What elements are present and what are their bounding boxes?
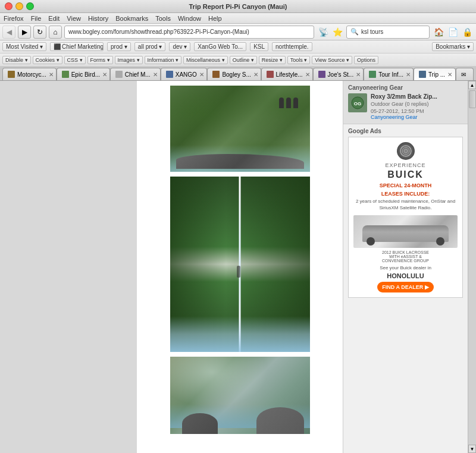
sidebar-gear-section: Canyoneering Gear OG Roxy 3/2mm Back Zip… [343, 81, 468, 124]
gear-post-author: Outdoor Gear (0 replies) [371, 101, 463, 107]
ext-resize[interactable]: Resize ▾ [259, 56, 286, 64]
bookmark-all[interactable]: Bookmarks ▾ [432, 42, 474, 51]
ext-css[interactable]: CSS ▾ [64, 56, 86, 64]
bookmark-dev[interactable]: dev ▾ [169, 42, 190, 51]
photo2-pool [170, 316, 310, 352]
url-bar[interactable]: www.bogley.com/forum/showthread.php?6392… [64, 26, 314, 39]
reload-button[interactable]: ↻ [33, 26, 46, 39]
menu-history[interactable]: History [88, 15, 108, 22]
bookmark-chief-marketing[interactable]: ⬛ Chief Marketing ... [50, 42, 104, 51]
tab-7[interactable]: Tour Inf... ✕ [364, 68, 414, 80]
scrollbar[interactable]: ▲ ▼ [468, 81, 476, 453]
nav-icon-group: 🏠 📄 🔒 [432, 26, 474, 39]
tab-0-close[interactable]: ✕ [49, 71, 54, 78]
bookmark-allprod-label: all prod ▾ [138, 43, 162, 50]
bookmark-dev-label: dev ▾ [173, 43, 187, 50]
tab-9[interactable]: ✉ [456, 68, 474, 80]
tab-3[interactable]: XANGO ✕ [161, 68, 208, 80]
nav-bar: ◀ ▶ ↻ ⌂ www.bogley.com/forum/showthread.… [0, 24, 476, 40]
forward-button[interactable]: ▶ [18, 26, 31, 39]
center-content [137, 81, 343, 453]
ext-disable[interactable]: Disable ▾ [2, 56, 31, 64]
tab-2-favicon [115, 71, 123, 78]
back-button[interactable]: ◀ [2, 26, 15, 39]
nav-icon-1[interactable]: 🏠 [432, 26, 445, 39]
ext-information[interactable]: Information ▾ [145, 56, 182, 64]
tab-2-close[interactable]: ✕ [153, 71, 158, 78]
ad-cta-button[interactable]: FIND A DEALER ▶ [377, 282, 433, 292]
menu-view[interactable]: View [67, 15, 81, 22]
bookmark-allprod[interactable]: all prod ▾ [134, 42, 166, 51]
ad-tagline: SPECIAL 24-MONTH [353, 183, 458, 188]
left-sidebar [0, 81, 137, 453]
minimize-button[interactable] [15, 2, 23, 10]
menu-edit[interactable]: Edit [48, 15, 60, 22]
ad-buick-box[interactable]: EXPERIENCE BUICK SPECIAL 24-MONTH LEASES… [348, 137, 463, 298]
main-area: Canyoneering Gear OG Roxy 3/2mm Back Zip… [0, 81, 476, 453]
tab-3-close[interactable]: ✕ [199, 71, 204, 78]
scroll-down-button[interactable]: ▼ [468, 445, 476, 453]
bookmark-icon: ⬛ [54, 43, 61, 50]
photo-2-container [170, 177, 310, 352]
tab-8-close[interactable]: ✕ [447, 71, 452, 78]
tab-8[interactable]: Trip ... ✕ [414, 68, 456, 80]
person-1 [279, 97, 284, 108]
content-scroll: Canyoneering Gear OG Roxy 3/2mm Back Zip… [0, 81, 476, 453]
maximize-button[interactable] [26, 2, 34, 10]
tab-1[interactable]: Epic Bird... ✕ [57, 68, 110, 80]
nav-icon-2[interactable]: 📄 [446, 26, 459, 39]
scroll-track-empty[interactable] [468, 109, 476, 445]
gear-post-title[interactable]: Roxy 3/2mm Back Zip... [371, 93, 463, 100]
ext-outline[interactable]: Outline ▾ [230, 56, 257, 64]
tab-0[interactable]: Motorcyc... ✕ [2, 68, 57, 80]
ext-cookies[interactable]: Cookies ▾ [33, 56, 62, 64]
tab-5[interactable]: Lifestyle... ✕ [261, 68, 313, 80]
tab-5-close[interactable]: ✕ [305, 71, 310, 78]
nav-icon-3[interactable]: 🔒 [461, 26, 474, 39]
tab-4-close[interactable]: ✕ [253, 71, 258, 78]
ext-forms[interactable]: Forms ▾ [87, 56, 113, 64]
tab-2[interactable]: Chief M... ✕ [110, 68, 161, 80]
ext-options[interactable]: Options [354, 56, 378, 64]
bookmark-northtemple[interactable]: northtemple. [272, 42, 312, 51]
home-button[interactable]: ⌂ [49, 26, 62, 39]
menu-firefox[interactable]: Firefox [4, 15, 24, 22]
gear-post[interactable]: OG Roxy 3/2mm Back Zip... Outdoor Gear (… [348, 93, 463, 120]
scroll-up-button[interactable]: ▲ [468, 81, 476, 89]
bookmark-northtemple-label: northtemple. [275, 43, 309, 50]
car-body [362, 225, 449, 242]
ext-view-source[interactable]: View Source ▾ [312, 56, 352, 64]
tab-6-close[interactable]: ✕ [356, 71, 361, 78]
tab-7-close[interactable]: ✕ [406, 71, 411, 78]
ad-section-title: Google Ads [348, 128, 463, 134]
menu-tools[interactable]: Tools [155, 15, 171, 22]
menu-window[interactable]: Window [178, 15, 201, 22]
rss-button[interactable]: 📡 [317, 26, 330, 39]
tab-6[interactable]: Joe's St... ✕ [313, 68, 364, 80]
menu-help[interactable]: Help [208, 15, 222, 22]
tab-4[interactable]: Bogley S... ✕ [207, 68, 261, 80]
bookmark-prod[interactable]: prod ▾ [107, 42, 131, 51]
window-controls[interactable] [5, 2, 34, 10]
photo1-people [279, 97, 298, 108]
gear-post-date: 05-27-2012, 12:50 PM [371, 108, 463, 114]
bookmark-star[interactable]: ⭐ [331, 26, 344, 39]
bookmark-xango[interactable]: XanGo Web To... [194, 42, 246, 51]
right-sidebar: Canyoneering Gear OG Roxy 3/2mm Back Zip… [343, 81, 468, 453]
bookmark-most-visited[interactable]: Most Visited ▾ [2, 42, 46, 51]
tab-1-favicon [62, 71, 69, 78]
ad-dealer-text: See your Buick dealer in [353, 265, 458, 270]
search-bar[interactable]: 🔍 ksl tours [346, 26, 430, 39]
close-button[interactable] [5, 2, 12, 10]
bookmark-ksl[interactable]: KSL [250, 42, 268, 51]
menu-bookmarks[interactable]: Bookmarks [115, 15, 148, 22]
car-wheel-right [436, 237, 444, 246]
ext-tools[interactable]: Tools ▾ [287, 56, 311, 64]
scroll-thumb[interactable] [469, 90, 476, 108]
gear-post-category[interactable]: Canyoneering Gear [371, 114, 463, 120]
gear-post-icon: OG [348, 93, 367, 112]
menu-file[interactable]: File [31, 15, 42, 22]
ext-images[interactable]: Images ▾ [115, 56, 143, 64]
tab-1-close[interactable]: ✕ [102, 71, 107, 78]
ext-miscellaneous[interactable]: Miscellaneous ▾ [183, 56, 228, 64]
